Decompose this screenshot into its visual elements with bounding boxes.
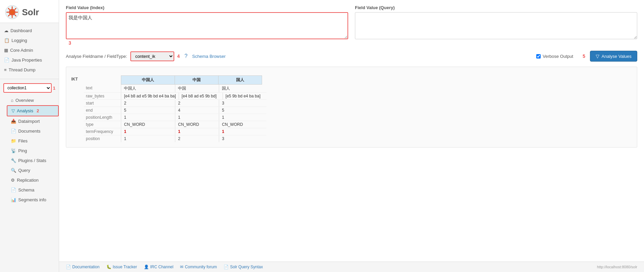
bug-icon: 🐛 [106,265,111,269]
sidebar-label-java-properties: Java Properties [11,58,42,63]
fieldname-select[interactable]: content_ik text string [130,51,174,61]
footer: 📄 Documentation 🐛 Issue Tracker 👤 IRC Ch… [59,262,644,272]
sidebar-item-dashboard[interactable]: ☁ Dashboard [0,26,59,36]
val-type-1: CN_WORD [175,121,219,128]
row-raw-bytes: raw_bytes [e4 b8 ad e5 9b bd e4 ba ba] [… [84,93,266,100]
val-start-1: 2 [175,100,219,107]
logo-area: Solr [0,0,59,23]
sidebar-label-query: Query [18,168,30,173]
help-icon[interactable]: ? [184,53,187,59]
label-position-length: positionLength [84,114,121,121]
val-position-0: 1 [121,135,175,142]
val-poslength-2: 1 [219,114,263,121]
sidebar-item-replication[interactable]: ⚙ Replication [7,175,59,185]
sidebar-item-query[interactable]: 🔍 Query [7,165,59,175]
footer-issue-label: Issue Tracker [113,265,137,269]
analyse-btn-wrapper: 5 ▽ Analyse Values [590,51,637,62]
verbose-row: Verbose Output [536,54,573,59]
analysis-badge: 2 [36,108,39,113]
val-poslength-0: 1 [121,114,175,121]
sidebar-item-segments[interactable]: 📊 Segments info [7,195,59,205]
sidebar-item-documents[interactable]: 📄 Documents [7,126,59,136]
analyzer-label: IKT [71,75,78,82]
val-raw-2: [e5 9b bd e4 ba ba] [223,93,266,99]
main-content: Field Value (Index) 我是中国人 3 Field Value … [59,0,644,272]
sidebar-item-core-admin[interactable]: ▦ Core Admin [0,45,59,55]
sidebar-label-dashboard: Dashboard [10,28,32,33]
sidebar: Solr ☁ Dashboard 📋 Logging ▦ Core Admin … [0,0,59,272]
field-index-textarea[interactable]: 我是中国人 [66,12,348,39]
row-term-frequency: termFrequency 1 1 1 [84,128,266,135]
field-index-group: Field Value (Index) 我是中国人 3 [66,5,348,46]
sidebar-label-analysis: Analysis [17,108,33,113]
sidebar-item-thread-dump[interactable]: ≡ Thread Dump [0,65,59,75]
val-start-0: 2 [121,100,175,107]
footer-link-query-syntax[interactable]: 📄 Solr Query Syntax [224,265,263,269]
val-type-0: CN_WORD [121,121,175,128]
segments-icon: 📊 [11,197,16,202]
val-end-1: 4 [175,107,219,114]
collection-select[interactable]: collection1 [3,83,52,93]
main-panel: Field Value (Index) 我是中国人 3 Field Value … [59,0,644,262]
replication-icon: ⚙ [11,178,15,183]
sidebar-label-dataimport: Dataimport [18,119,40,124]
sidebar-item-analysis[interactable]: ▽ Analysis 2 [7,105,59,116]
val-poslength-1: 1 [175,114,219,121]
analysis-results-section: IKT 中国人 中国 国人 text [71,75,632,142]
collection-nav: ⌂ Overview ▽ Analysis 2 📥 Dataimport 📄 D… [0,95,59,205]
sidebar-item-ping[interactable]: 📡 Ping [7,146,59,156]
core-icon: ▦ [4,48,8,53]
val-position-2: 3 [219,135,263,142]
sidebar-label-files: Files [18,138,27,143]
sidebar-item-schema[interactable]: 📄 Schema [7,185,59,195]
label-position: position [84,135,121,142]
footer-url: http://localhost:8080/solr [597,265,637,269]
analyse-values-button[interactable]: ▽ Analyse Values [590,51,637,62]
label-raw-bytes: raw_bytes [84,93,121,99]
top-nav: ☁ Dashboard 📋 Logging ▦ Core Admin 📄 Jav… [0,23,59,77]
label-end: end [84,107,121,114]
row-label-spacer [84,75,121,85]
sidebar-label-replication: Replication [17,178,38,183]
token-header-2: 国人 [218,75,262,85]
sidebar-label-core-admin: Core Admin [10,48,33,53]
schema-browser-link[interactable]: Schema Browser [192,54,226,59]
token-header-0: 中国人 [121,75,175,85]
documents-icon: 📄 [11,129,16,134]
files-icon: 📁 [11,138,16,143]
footer-link-issue-tracker[interactable]: 🐛 Issue Tracker [106,265,137,269]
sidebar-label-logging: Logging [11,38,27,43]
overview-icon: ⌂ [11,98,14,103]
row-position: position 1 2 3 [84,135,266,142]
sidebar-label-plugins: Plugins / Stats [18,158,46,163]
java-icon: 📄 [4,58,9,63]
footer-community-label: Community forum [185,265,217,269]
field-query-label: Field Value (Query) [355,5,637,10]
svg-point-10 [10,10,14,14]
analysis-data-rows: text 中国人 中国 国人 raw_bytes [e4 b8 ad e5 9b… [84,85,266,142]
analysis-area: IKT 中国人 中国 国人 text [66,67,637,148]
sidebar-item-dataimport[interactable]: 📥 Dataimport [7,116,59,126]
app-title: Solr [22,7,39,18]
footer-link-documentation[interactable]: 📄 Documentation [66,265,100,269]
field-query-textarea[interactable] [355,12,637,39]
sidebar-divider [0,79,59,79]
sidebar-item-logging[interactable]: 📋 Logging [0,36,59,45]
sidebar-item-overview[interactable]: ⌂ Overview [7,95,59,105]
val-text-1: 中国 [175,85,219,92]
field-index-badge: 3 [69,40,71,46]
sidebar-item-plugins[interactable]: 🔧 Plugins / Stats [7,156,59,165]
syntax-icon: 📄 [224,265,229,269]
val-text-2: 国人 [219,85,263,92]
footer-link-community[interactable]: ✉ Community forum [180,265,217,269]
sidebar-item-java-properties[interactable]: 📄 Java Properties [0,55,59,65]
verbose-checkbox[interactable] [536,54,541,59]
val-termfreq-0: 1 [121,128,175,135]
analyse-badge: 5 [583,53,585,59]
footer-doc-label: Documentation [72,265,100,269]
sidebar-item-files[interactable]: 📁 Files [7,136,59,146]
collection-badge: 1 [53,86,55,91]
label-type: type [84,121,121,128]
row-text: text 中国人 中国 国人 [84,85,266,93]
footer-link-irc[interactable]: 👤 IRC Channel [144,265,174,269]
